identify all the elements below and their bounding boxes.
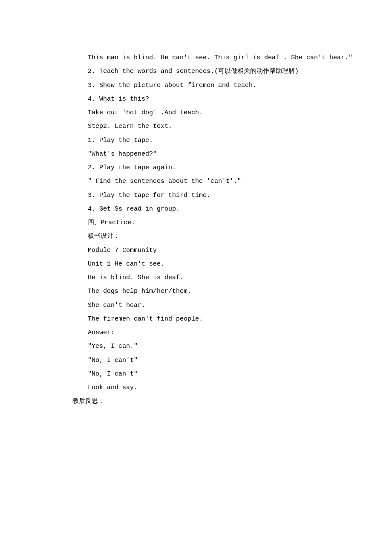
text-line: "No, I can't" [88,354,315,367]
text-line: Answer: [88,326,315,340]
text-line: She can't hear. [88,299,315,312]
text-line: 板书设计： [88,230,315,243]
text-line: The dogs help him/her/them. [88,285,315,298]
text-line: 3. Play the tape for third time. [88,189,315,202]
text-line: This man is blind. He can't see. This gi… [88,51,315,65]
text-line: Look and say. [88,381,315,395]
text-line: 1. Play the tape. [88,134,315,147]
text-line: Module 7 Community [88,244,315,257]
text-line: 4. Get Ss read in group. [88,202,315,216]
text-line-section: 教后反思： [72,395,315,408]
text-line: 3. Show the picture about firemen and te… [88,79,315,92]
text-line: Take out 'hot dog' .And teach. [88,106,315,120]
text-line: 4. What is this? [88,92,315,106]
text-line: " Find the sentences about the 'can't'." [88,175,315,188]
text-line: 2. Play the tape again. [88,161,315,175]
text-line: Unit 1 He can't see. [88,257,315,271]
text-line: "What's happened?" [88,147,315,161]
document-page: This man is blind. He can't see. This gi… [0,0,392,409]
text-line: 2. Teach the words and sentences.(可以做相关的… [88,65,315,78]
text-line: The firemen can't find people. [88,312,315,326]
text-line: "No, I can't" [88,367,315,381]
text-line: Step2. Learn the text. [88,120,315,133]
text-line: "Yes, I can." [88,340,315,353]
text-line: He is blind. She is deaf. [88,271,315,285]
text-line: 四、Practice. [88,216,315,230]
